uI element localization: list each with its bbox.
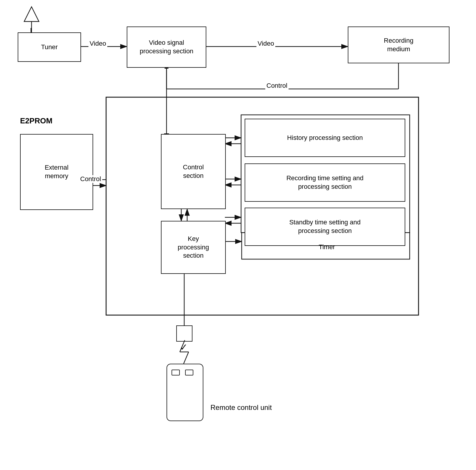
recording-time-label: Recording time setting and processing se… bbox=[286, 174, 364, 191]
svg-marker-29 bbox=[24, 7, 39, 21]
history-label: History processing section bbox=[287, 134, 363, 142]
standby-time-label: Standby time setting and processing sect… bbox=[289, 218, 360, 235]
video-signal-box: Video signal processing section bbox=[127, 27, 206, 68]
recording-time-box: Recording time setting and processing se… bbox=[245, 163, 405, 202]
key-processing-label: Key processing section bbox=[178, 235, 209, 260]
control-section-label: Control section bbox=[183, 163, 204, 180]
remote-control-label: Remote control unit bbox=[209, 403, 273, 412]
video1-label: Video bbox=[88, 40, 107, 47]
tuner-box: Tuner bbox=[18, 32, 81, 62]
key-processing-box: Key processing section bbox=[161, 221, 226, 274]
lightning-svg bbox=[174, 340, 196, 364]
external-memory-label: External memory bbox=[45, 163, 69, 180]
tuner-label: Tuner bbox=[41, 43, 58, 52]
timer-label: Timer bbox=[319, 243, 335, 251]
antenna-svg bbox=[21, 5, 42, 35]
video-signal-label: Video signal processing section bbox=[140, 39, 193, 55]
svg-line-34 bbox=[184, 352, 189, 364]
remote-buttons-row bbox=[172, 370, 193, 375]
control-section-box: Control section bbox=[161, 134, 226, 209]
timer-label-container: Timer bbox=[245, 235, 409, 259]
control1-label: Control bbox=[265, 82, 289, 90]
recording-medium-box: Recording medium bbox=[348, 27, 449, 63]
remote-receiver bbox=[176, 325, 192, 342]
control2-label: Control bbox=[79, 175, 102, 183]
video2-label: Video bbox=[256, 40, 275, 47]
antenna-icon bbox=[21, 5, 42, 36]
recording-medium-label: Recording medium bbox=[384, 37, 413, 53]
remote-body bbox=[167, 364, 203, 421]
e2prom-title: E2PROM bbox=[20, 116, 52, 125]
external-memory-box: External memory bbox=[20, 134, 93, 210]
remote-btn-left bbox=[172, 370, 180, 375]
history-box: History processing section bbox=[245, 119, 405, 157]
svg-line-32 bbox=[180, 340, 185, 352]
diagram: Tuner Video Video signal processing sect… bbox=[0, 0, 476, 470]
remote-btn-right bbox=[185, 370, 193, 375]
